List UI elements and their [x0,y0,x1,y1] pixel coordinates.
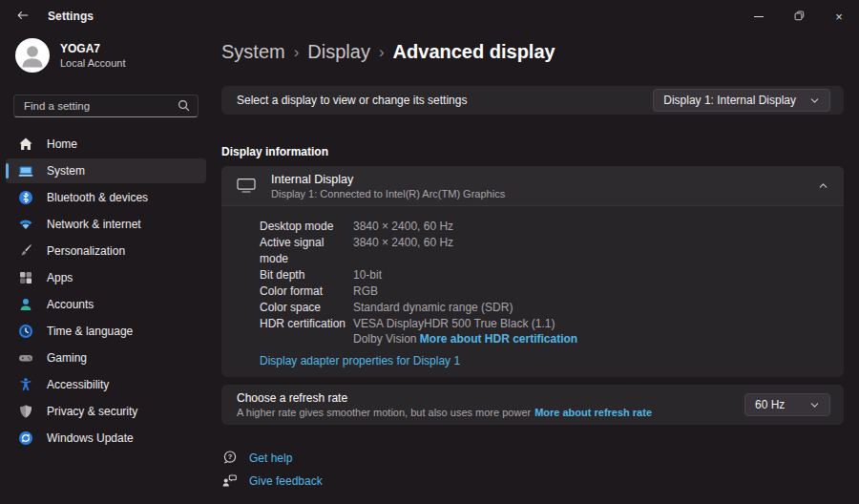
update-icon [18,430,33,446]
display-info-card: Internal Display Display 1: Connected to… [221,166,844,377]
sidebar-item-home[interactable]: Home [6,132,206,157]
sidebar-item-time-language[interactable]: Time & language [6,319,206,344]
network-icon [18,217,33,232]
detail-label: Color space [260,300,353,316]
minimize-button[interactable] [739,0,779,32]
search-input[interactable] [13,94,199,117]
breadcrumb-separator-icon: › [379,42,385,62]
detail-row: Active signal mode3840 × 2400, 60 Hz [260,235,828,267]
close-icon: × [835,10,843,24]
breadcrumb-system[interactable]: System [221,41,285,63]
sidebar-item-privacy-security[interactable]: Privacy & security [6,399,206,424]
sidebar-item-label: Apps [47,271,73,284]
bluetooth-icon [18,190,33,205]
user-subtitle: Local Account [60,57,126,69]
sidebar: YOGA7 Local Account HomeSystemBluetooth … [0,32,212,504]
time-icon [18,324,33,339]
detail-value: 10-bit [353,267,828,284]
sidebar-item-label: Time & language [47,325,133,338]
minimize-icon [754,16,764,17]
detail-label: HDR certification [260,316,353,346]
search-icon [177,98,191,113]
display-card-title: Internal Display [271,173,803,186]
sidebar-item-label: Windows Update [47,431,134,445]
detail-row: Bit depth10-bit [260,267,828,284]
system-icon [18,163,33,178]
breadcrumb-separator-icon: › [294,42,300,62]
select-display-row: Select a display to view or change its s… [221,86,844,115]
detail-value: Standard dynamic range (SDR) [353,300,828,316]
sidebar-nav: HomeSystemBluetooth & devicesNetwork & i… [0,131,212,452]
select-display-label: Select a display to view or change its s… [237,94,467,107]
avatar [15,38,50,73]
sidebar-item-windows-update[interactable]: Windows Update [6,426,206,451]
personalization-icon [18,243,33,259]
sidebar-item-label: Privacy & security [47,405,137,418]
sidebar-item-label: Network & internet [47,218,141,231]
detail-value: 3840 × 2400, 60 Hz [353,219,828,235]
detail-value: RGB [353,284,828,300]
sidebar-item-apps[interactable]: Apps [6,265,206,290]
person-icon [15,38,50,73]
display-info-details: Desktop mode3840 × 2400, 60 HzActive sig… [221,206,844,377]
close-button[interactable]: × [819,0,859,32]
detail-label: Desktop mode [260,219,353,235]
titlebar: Settings × [0,0,859,32]
get-help-link[interactable]: Get help [249,452,292,465]
home-icon [18,136,33,152]
page-title: Advanced display [393,41,555,63]
sidebar-item-label: System [47,164,85,178]
more-about-refresh-rate-link[interactable]: More about refresh rate [534,407,652,418]
apps-icon [18,270,33,285]
detail-row: Color spaceStandard dynamic range (SDR) [260,300,828,316]
detail-label: Bit depth [260,267,353,284]
detail-row: Color formatRGB [260,284,828,300]
sidebar-item-accessibility[interactable]: Accessibility [6,372,206,397]
accounts-icon [18,297,33,312]
detail-label: Active signal mode [260,235,353,267]
display-info-card-header[interactable]: Internal Display Display 1: Connected to… [221,166,844,206]
sidebar-item-personalization[interactable]: Personalization [6,239,206,263]
footer-links: ?Get helpGive feedback [221,448,844,491]
display-select-value: Display 1: Internal Display [663,94,796,107]
sidebar-item-system[interactable]: System [6,158,206,183]
give-feedback-link[interactable]: Give feedback [249,474,323,488]
privacy-icon [18,404,33,419]
detail-value: 3840 × 2400, 60 Hz [353,235,828,267]
user-name: YOGA7 [60,42,126,55]
help-icon: ? [221,450,238,466]
sidebar-item-network-internet[interactable]: Network & internet [6,212,206,237]
sidebar-item-bluetooth-devices[interactable]: Bluetooth & devices [6,185,206,210]
breadcrumb: System › Display › Advanced display [221,38,844,65]
chevron-up-icon[interactable] [818,180,828,191]
sidebar-item-label: Bluetooth & devices [47,191,148,204]
display-adapter-properties-link[interactable]: Display adapter properties for Display 1 [260,354,460,368]
back-arrow-icon [15,9,30,25]
more-about-hdr-certification-link[interactable]: More about HDR certification [420,332,577,346]
refresh-rate-subtitle: A higher rate gives smoother motion, but… [237,407,652,418]
back-button[interactable] [8,4,36,29]
display-select-dropdown[interactable]: Display 1: Internal Display [653,89,830,112]
chevron-down-icon [809,400,820,410]
refresh-rate-dropdown[interactable]: 60 Hz [744,393,830,416]
detail-row: HDR certificationVESA DisplayHDR 500 Tru… [260,316,828,346]
sidebar-item-accounts[interactable]: Accounts [6,292,206,317]
svg-text:?: ? [228,452,233,461]
footer-row: ?Get help [221,448,844,468]
sidebar-item-label: Gaming [47,351,87,365]
gaming-icon [18,350,33,366]
sidebar-item-label: Accessibility [47,378,109,391]
window-controls: × [739,0,859,32]
restore-button[interactable] [779,0,819,32]
refresh-rate-title: Choose a refresh rate [237,391,652,405]
breadcrumb-display[interactable]: Display [307,41,370,63]
sidebar-item-gaming[interactable]: Gaming [6,346,206,370]
restore-icon [794,10,805,24]
footer-row: Give feedback [221,471,844,491]
refresh-rate-value: 60 Hz [755,398,785,411]
chevron-down-icon [809,95,820,106]
display-card-subtitle: Display 1: Connected to Intel(R) Arc(TM)… [271,188,803,200]
app-title: Settings [48,10,94,23]
user-account[interactable]: YOGA7 Local Account [0,38,212,73]
sidebar-item-label: Home [47,137,77,151]
